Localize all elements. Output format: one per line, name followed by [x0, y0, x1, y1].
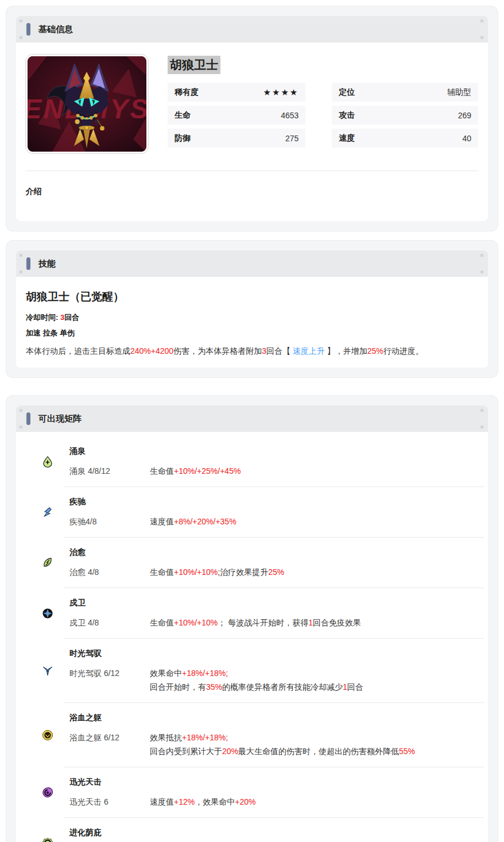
skill-cooldown: 冷却时间: 3回合: [26, 312, 478, 323]
matrix-level: 戍卫 4/8: [69, 616, 150, 629]
gallop-icon: [42, 507, 53, 518]
speed-up-buff-link[interactable]: 速度上升: [293, 346, 325, 356]
time-control-icon: [42, 665, 53, 677]
matrix-row: 疾驰 疾驰4/8 速度值+8%/+20%/+35%: [42, 487, 484, 537]
skill-header: 技能: [16, 250, 488, 277]
matrix-effect: 速度值+12%，效果命中+20%: [150, 797, 255, 806]
stat-atk: 攻击 269: [332, 106, 478, 125]
matrix-effect: 效果命中+18%/+18%;: [150, 666, 484, 680]
guard-star-icon: [42, 608, 53, 619]
character-name: 胡狼卫士: [168, 56, 220, 74]
matrix-level: 时光驾驭 6/12: [69, 666, 150, 694]
matrix-level: 涌泉 4/8/12: [69, 464, 150, 478]
matrix-row: 时光驾驭 时光驾驭 6/12 效果命中+18%/+18%; 回合开始时，有35%…: [42, 639, 484, 702]
section-matrix: 可出现矩阵 涌泉 涌泉 4/8/12 生命值+10%/+25%/+45%: [6, 395, 498, 842]
section-skill: 技能 胡狼卫士（已觉醒） 冷却时间: 3回合 加速 拉条 单伤 本体行动后，追击…: [6, 240, 498, 378]
matrix-name: 治愈: [69, 547, 484, 557]
matrix-row: 涌泉 涌泉 4/8/12 生命值+10%/+25%/+45%: [42, 437, 484, 486]
divider: [26, 171, 478, 171]
matrix-name: 进化荫庇: [69, 827, 484, 837]
stat-role: 定位 辅助型: [332, 83, 478, 102]
section-title: 可出现矩阵: [38, 414, 82, 424]
handle-icon: [480, 36, 483, 39]
matrix-row: 治愈 治愈 4/8 生命值+10%/+10%;治疗效果提升25%: [42, 538, 484, 588]
matrix-level: 治愈 4/8: [69, 565, 150, 579]
skill-description: 本体行动后，追击主目标造成240%+4200伤害，为本体异格者附加3回合【 速度…: [26, 343, 478, 358]
matrix-effect: 回合开始时，有35%的概率使异格者所有技能冷却减少1回合: [150, 680, 484, 694]
section-accent-bar-icon: [26, 23, 30, 36]
handle-icon: [20, 409, 22, 412]
handle-icon: [480, 271, 483, 273]
matrix-effect: 生命值+10%/+10%;治疗效果提升25%: [150, 567, 284, 577]
matrix-effect: 效果抵抗+18%/+18%;: [150, 731, 484, 744]
skill-tags: 加速 拉条 单伤: [26, 328, 478, 338]
matrix-level: 疾驰4/8: [69, 515, 150, 528]
section-accent-bar-icon: [26, 412, 30, 425]
section-title: 技能: [38, 258, 56, 269]
section-accent-bar-icon: [26, 257, 30, 270]
swift-strike-icon: [42, 787, 53, 798]
spring-droplet-icon: [42, 456, 53, 468]
evolve-shelter-icon: [42, 837, 53, 842]
handle-icon: [480, 409, 483, 412]
blood-body-icon: [42, 729, 53, 741]
matrix-name: 浴血之躯: [69, 712, 484, 723]
matrix-header: 可出现矩阵: [16, 405, 488, 432]
heal-leaf-icon: [42, 557, 53, 569]
rarity-stars: ★★★★: [263, 87, 298, 98]
matrix-effect: 生命值+10%/+10%； 每波战斗开始时，获得1回合免疫效果: [150, 618, 361, 627]
skill-name: 胡狼卫士（已觉醒）: [26, 289, 478, 304]
matrix-row: 浴血之躯 浴血之躯 6/12 效果抵抗+18%/+18%; 回合内受到累计大于2…: [42, 703, 484, 767]
matrix-level: 浴血之躯 6/12: [69, 731, 150, 758]
handle-icon: [20, 36, 22, 39]
matrix-row: 进化荫庇 进化荫庇 6 治疗效果+12%，效果抵抗+20%: [42, 818, 484, 842]
stat-speed: 速度 40: [332, 129, 478, 148]
matrix-name: 时光驾驭: [69, 648, 484, 658]
section-title: 基础信息: [38, 24, 73, 35]
matrix-name: 戍卫: [69, 597, 484, 608]
stat-rarity: 稀有度 ★★★★: [168, 83, 305, 102]
stats-table: 稀有度 ★★★★ 定位 辅助型 生命 4653: [168, 83, 478, 148]
handle-icon: [480, 426, 483, 428]
stat-hp: 生命 4653: [168, 106, 305, 125]
matrix-effect: 生命值+10%/+25%/+45%: [150, 466, 241, 476]
matrix-name: 疾驰: [69, 496, 484, 507]
intro-label: 介绍: [26, 187, 478, 197]
character-portrait: ENEMYS: [26, 55, 148, 153]
matrix-effect: 回合内受到累计大于20%最大生命值的伤害时，使超出的伤害额外降低55%: [150, 744, 484, 758]
handle-icon: [20, 20, 22, 22]
handle-icon: [480, 254, 483, 257]
handle-icon: [480, 20, 483, 22]
matrix-row: 迅光天击 迅光天击 6 速度值+12%，效果命中+20%: [42, 767, 484, 817]
matrix-row: 戍卫 戍卫 4/8 生命值+10%/+10%； 每波战斗开始时，获得1回合免疫效…: [42, 588, 484, 638]
matrix-effect: 速度值+8%/+20%/+35%: [150, 517, 237, 526]
basic-info-header: 基础信息: [16, 16, 488, 43]
handle-icon: [20, 254, 22, 257]
matrix-name: 涌泉: [69, 446, 484, 456]
handle-icon: [20, 271, 22, 273]
stat-def: 防御 275: [168, 129, 305, 148]
handle-icon: [20, 426, 22, 428]
page: 基础信息: [0, 0, 504, 842]
matrix-name: 迅光天击: [69, 777, 484, 787]
matrix-level: 迅光天击 6: [69, 795, 150, 809]
section-basic-info: 基础信息: [6, 6, 498, 231]
